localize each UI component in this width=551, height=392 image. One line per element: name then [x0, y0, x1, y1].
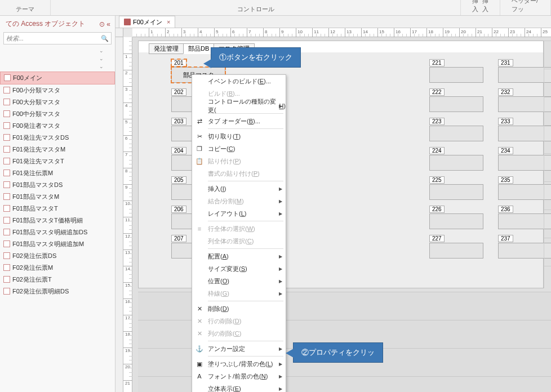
control-button[interactable] — [429, 213, 483, 229]
control-button[interactable] — [429, 96, 483, 112]
control-slot[interactable]: 224 — [429, 147, 483, 171]
control-label[interactable]: 233 — [498, 118, 513, 125]
control-label[interactable]: 232 — [498, 88, 513, 96]
control-label[interactable]: 221 — [429, 59, 445, 66]
control-button[interactable] — [498, 243, 551, 259]
inner-tab[interactable]: 部品DB — [183, 43, 214, 54]
nav-item[interactable]: F02発注伝票DS — [0, 250, 115, 262]
control-slot[interactable]: 234 — [498, 147, 551, 171]
document-tab[interactable]: F00メイン × — [119, 16, 175, 28]
nav-item[interactable]: F01発注伝票M — [0, 167, 115, 179]
control-label[interactable]: 204 — [171, 147, 186, 154]
nav-search[interactable]: 検索... 🔍 — [3, 32, 112, 44]
nav-item[interactable]: F02発注伝票明細DS — [0, 286, 115, 297]
nav-item[interactable]: F01部品マスタT価格明細 — [0, 215, 115, 226]
control-slot[interactable]: 221 — [429, 59, 483, 83]
context-menu[interactable]: イベントのビルド(E)...ビルド(B)...コントロールの種類の変更(H)▶⇄… — [192, 74, 286, 392]
control-button[interactable] — [498, 96, 551, 112]
control-label[interactable]: 235 — [498, 176, 513, 184]
control-label[interactable]: 222 — [429, 88, 445, 96]
context-menu-item[interactable]: ❐コピー(C) — [192, 142, 286, 155]
nav-item[interactable]: F00発注者マスタ — [0, 120, 115, 132]
control-button[interactable] — [498, 213, 551, 229]
navigation-pane[interactable]: ての Access オブジェクト ⊙ « 検索... 🔍 ⌄ ⌄ ⌄ F00メイ… — [0, 16, 115, 392]
nav-group-collapse[interactable]: ⌄ — [0, 48, 115, 56]
control-label[interactable]: 205 — [171, 176, 186, 184]
context-menu-item[interactable]: ✕削除(D) — [192, 302, 286, 315]
nav-item[interactable]: F01部品マスタ明細追加M — [0, 238, 115, 250]
control-button[interactable] — [498, 155, 551, 171]
context-menu-item[interactable]: サイズ変更(S)▶ — [192, 262, 286, 275]
control-slot[interactable]: 235 — [498, 176, 551, 200]
nav-item[interactable]: F02発注伝票T — [0, 274, 115, 286]
control-button[interactable] — [498, 67, 551, 83]
nav-item[interactable]: F01発注先マスタM — [0, 144, 115, 155]
control-label[interactable]: 234 — [498, 147, 513, 154]
control-slot[interactable]: 227 — [429, 235, 483, 259]
control-slot[interactable]: 233 — [498, 118, 551, 141]
control-button[interactable] — [498, 184, 551, 200]
control-slot[interactable]: 231 — [498, 59, 551, 83]
control-slot[interactable]: 226 — [429, 206, 483, 229]
control-slot[interactable]: 223 — [429, 118, 483, 141]
control-button[interactable] — [429, 184, 483, 200]
context-menu-item[interactable]: Aフォント/前景の色(N)▶ — [192, 370, 286, 382]
control-label[interactable]: 224 — [429, 147, 445, 154]
control-slot[interactable]: 225 — [429, 176, 483, 200]
context-menu-item[interactable]: ✂切り取り(T) — [192, 130, 286, 142]
control-label[interactable]: 237 — [498, 235, 513, 242]
context-menu-item[interactable]: ⚓アンカー設定▶ — [192, 342, 286, 355]
vertical-ruler[interactable]: 123456789101112131415161718192021 — [123, 37, 132, 392]
context-menu-item[interactable]: 配置(A)▶ — [192, 250, 286, 262]
control-label[interactable]: 225 — [429, 176, 445, 184]
control-label[interactable]: 203 — [171, 118, 186, 125]
control-slot[interactable]: 236 — [498, 206, 551, 229]
nav-collapse-icon[interactable]: ⊙ « — [99, 20, 110, 28]
nav-item[interactable]: F01部品マスタM — [0, 191, 115, 203]
nav-item[interactable]: F00小分類マスタ — [0, 84, 115, 96]
control-label[interactable]: 231 — [498, 59, 513, 66]
context-menu-item[interactable]: コントロールの種類の変更(H)▶ — [192, 100, 286, 112]
close-icon[interactable]: × — [167, 19, 170, 25]
context-menu-item[interactable]: ▣塗りつぶし/背景の色(L)▶ — [192, 358, 286, 370]
nav-header[interactable]: ての Access オブジェクト ⊙ « — [0, 16, 115, 31]
nav-item[interactable]: F01発注先マスタDS — [0, 132, 115, 144]
context-menu-item[interactable]: レイアウト(L)▶ — [192, 207, 286, 220]
nav-item[interactable]: F00大分類マスタ — [0, 96, 115, 108]
nav-group-collapse[interactable]: ⌄ — [0, 56, 115, 64]
context-menu-item[interactable]: イベントのビルド(E)... — [192, 75, 286, 87]
control-label[interactable]: 223 — [429, 118, 445, 125]
nav-item[interactable]: F01発注先マスタT — [0, 155, 115, 167]
control-label[interactable]: 226 — [429, 206, 445, 213]
nav-item[interactable]: F00メイン — [0, 72, 115, 84]
context-menu-item[interactable]: 立体表示(E)▶ — [192, 382, 286, 392]
control-label[interactable]: 206 — [171, 206, 186, 213]
nav-item[interactable]: F02発注伝票M — [0, 262, 115, 274]
control-label[interactable]: 227 — [429, 235, 445, 242]
control-slot[interactable]: 222 — [429, 88, 483, 112]
context-menu-item[interactable]: ⇄タブ オーダー(B)... — [192, 115, 286, 127]
context-menu-item[interactable]: 挿入(I)▶ — [192, 182, 286, 195]
nav-item[interactable]: F00中分類マスタ — [0, 108, 115, 120]
form-selector[interactable] — [115, 28, 123, 37]
control-button[interactable] — [429, 67, 483, 83]
control-button[interactable] — [498, 126, 551, 141]
horizontal-ruler[interactable]: 1234567891011121314151617181920212223242… — [132, 28, 551, 37]
nav-item[interactable]: F01部品マスタDS — [0, 179, 115, 191]
inner-tab[interactable]: 発注管理 — [149, 43, 184, 54]
nav-group-collapse[interactable]: ⌄ — [0, 64, 115, 72]
control-slot[interactable]: 237 — [498, 235, 551, 259]
row-selector-bar[interactable] — [115, 37, 123, 392]
nav-item[interactable]: F01部品マスタ明細追加DS — [0, 226, 115, 238]
control-button[interactable] — [429, 155, 483, 171]
control-label[interactable]: 207 — [171, 235, 186, 242]
control-slot[interactable]: 232 — [498, 88, 551, 112]
control-label[interactable]: 236 — [498, 206, 513, 213]
control-button[interactable] — [429, 243, 483, 259]
control-label[interactable]: 201 — [171, 59, 186, 66]
search-icon[interactable]: 🔍 — [101, 35, 109, 42]
control-label[interactable]: 202 — [171, 88, 186, 96]
context-menu-item[interactable]: 位置(O)▶ — [192, 275, 286, 287]
nav-item[interactable]: F01部品マスタT — [0, 203, 115, 215]
control-button[interactable] — [429, 126, 483, 141]
